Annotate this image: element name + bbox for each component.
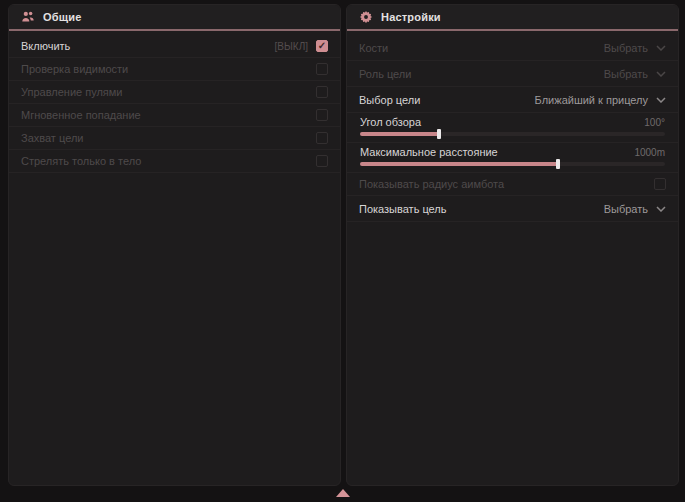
checkbox[interactable] (316, 132, 328, 144)
slider-fill (360, 132, 439, 136)
dropdown-value: Выбрать (604, 42, 648, 54)
users-icon (21, 10, 35, 24)
chevron-down-icon (656, 45, 666, 51)
row-стрелять-только-в-тело: Стрелять только в тело (9, 150, 340, 173)
checkbox[interactable] (654, 178, 666, 190)
setting-label: Роль цели (359, 68, 604, 80)
chevron-down-icon (656, 206, 666, 212)
row-показывать-цель: Показывать цельВыбрать (347, 196, 678, 222)
chevron-down-icon (656, 71, 666, 77)
settings-panel-rows: КостиВыбратьРоль целиВыбратьВыбор целиБл… (347, 31, 678, 222)
setting-label: Захват цели (21, 132, 316, 144)
dropdown[interactable]: Ближайший к прицелу (535, 94, 666, 106)
row-управление-пулями: Управление пулями (9, 81, 340, 104)
setting-label: Показывать цель (359, 203, 604, 215)
row-угол-обзора: Угол обзора100° (347, 113, 678, 143)
row-выбор-цели: Выбор целиБлижайший к прицелу (347, 87, 678, 113)
slider-value: 100° (644, 117, 665, 128)
setting-label: Мгновенное попадание (21, 109, 316, 121)
row-показывать-радиус-аимбота: Показывать радиус аимбота (347, 173, 678, 196)
row-максимальное-расстояние: Максимальное расстояние1000m (347, 143, 678, 173)
cursor-triangle (336, 489, 350, 497)
slider-handle[interactable] (437, 129, 441, 139)
slider-value: 1000m (634, 147, 665, 158)
dropdown[interactable]: Выбрать (604, 68, 666, 80)
row-включить: Включить[ВЫКЛ]✓ (9, 35, 340, 58)
setting-label: Управление пулями (21, 86, 316, 98)
dropdown[interactable]: Выбрать (604, 42, 666, 54)
row-захват-цели: Захват цели (9, 127, 340, 150)
setting-label: Проверка видимости (21, 63, 316, 75)
slider[interactable] (360, 162, 665, 166)
general-panel-header: Общие (9, 5, 340, 31)
checkbox[interactable] (316, 63, 328, 75)
checkbox[interactable] (316, 109, 328, 121)
dropdown-value: Выбрать (604, 203, 648, 215)
chevron-down-icon (656, 97, 666, 103)
setting-label: Включить (21, 40, 275, 52)
settings-panel-header: Настройки (347, 5, 678, 31)
gear-icon (359, 10, 373, 24)
dropdown-value: Выбрать (604, 68, 648, 80)
checkbox[interactable]: ✓ (316, 40, 328, 52)
settings-panel: Настройки КостиВыбратьРоль целиВыбратьВы… (346, 4, 679, 486)
keybind-label: [ВЫКЛ] (275, 41, 308, 52)
panel-title: Общие (43, 11, 82, 23)
dropdown-value: Ближайший к прицелу (535, 94, 648, 106)
setting-label: Максимальное расстояние (360, 146, 634, 158)
row-роль-цели: Роль целиВыбрать (347, 61, 678, 87)
general-panel: Общие Включить[ВЫКЛ]✓Проверка видимостиУ… (8, 4, 341, 486)
slider[interactable] (360, 132, 665, 136)
row-мгновенное-попадание: Мгновенное попадание (9, 104, 340, 127)
setting-label: Стрелять только в тело (21, 155, 316, 167)
dropdown[interactable]: Выбрать (604, 203, 666, 215)
checkbox[interactable] (316, 86, 328, 98)
general-panel-rows: Включить[ВЫКЛ]✓Проверка видимостиУправле… (9, 31, 340, 173)
row-проверка-видимости: Проверка видимости (9, 58, 340, 81)
slider-fill (360, 162, 558, 166)
panel-title: Настройки (381, 11, 441, 23)
setting-label: Угол обзора (360, 116, 644, 128)
checkbox[interactable] (316, 155, 328, 167)
setting-label: Кости (359, 42, 604, 54)
slider-handle[interactable] (556, 159, 560, 169)
setting-label: Выбор цели (359, 94, 535, 106)
row-кости: КостиВыбрать (347, 35, 678, 61)
setting-label: Показывать радиус аимбота (359, 178, 654, 190)
